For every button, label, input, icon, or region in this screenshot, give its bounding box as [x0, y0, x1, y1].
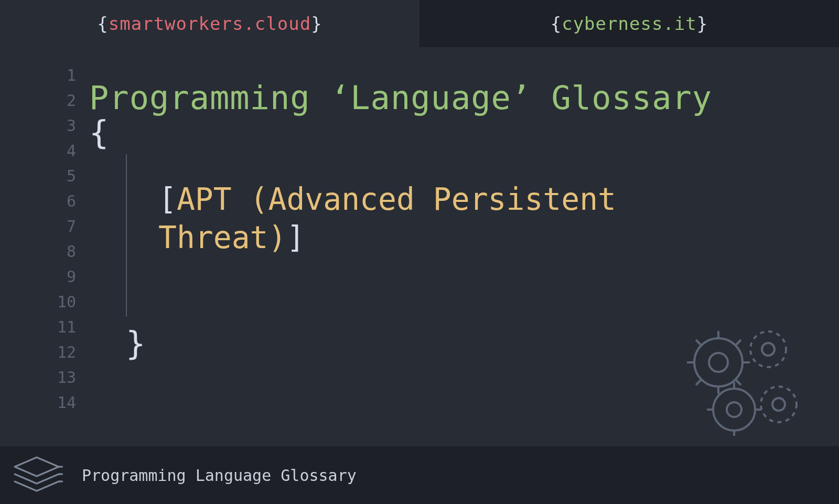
code-brace-open: {: [89, 116, 839, 149]
footer: Programming Language Glossary: [0, 446, 839, 504]
layers-icon: [10, 454, 63, 496]
tab-label: smartworkers.cloud: [109, 13, 311, 34]
svg-point-12: [713, 389, 755, 431]
line-number: 3: [0, 113, 76, 138]
svg-point-1: [709, 353, 728, 372]
code-block: [APT (Advanced Persistent Threat)]: [126, 154, 839, 317]
tab-cyberness[interactable]: { cyberness.it }: [420, 0, 839, 47]
line-number: 6: [0, 189, 76, 214]
svg-point-13: [727, 402, 741, 417]
line-number: 12: [0, 340, 76, 365]
line-number: 1: [0, 63, 76, 88]
tab-smartworkers[interactable]: { smartworkers.cloud }: [0, 0, 420, 47]
term-text: APT (Advanced Persistent Threat): [158, 181, 616, 255]
svg-line-6: [696, 340, 701, 345]
svg-point-19: [772, 398, 785, 411]
svg-line-9: [736, 380, 741, 385]
line-number: 2: [0, 88, 76, 113]
line-number: 8: [0, 239, 76, 264]
line-number: 14: [0, 390, 76, 415]
line-number: 11: [0, 315, 76, 340]
line-number-gutter: 1 2 3 4 5 6 7 8 9 10 11 12 13 14: [0, 63, 89, 446]
tab-label: cyberness.it: [562, 13, 697, 34]
indent-guide: [126, 154, 127, 317]
svg-line-7: [736, 340, 741, 345]
line-number: 4: [0, 138, 76, 164]
glossary-term: [APT (Advanced Persistent Threat)]: [158, 180, 683, 317]
gears-icon: [671, 320, 808, 436]
line-number: 7: [0, 214, 76, 239]
brace-close: }: [311, 13, 322, 34]
bracket-open: [: [158, 181, 177, 217]
svg-line-8: [696, 380, 701, 385]
page-title: Programming ‘Language’ Glossary: [89, 82, 839, 114]
line-number: 5: [0, 164, 76, 189]
brace-close: }: [697, 13, 708, 34]
svg-point-10: [750, 331, 786, 367]
bracket-close: ]: [286, 220, 305, 255]
brace-open: {: [97, 13, 108, 34]
footer-label: Programming Language Glossary: [82, 466, 357, 485]
line-number: 13: [0, 365, 76, 390]
svg-marker-20: [15, 457, 59, 476]
svg-point-11: [762, 343, 775, 356]
svg-point-0: [694, 338, 743, 387]
line-number: 9: [0, 264, 76, 289]
tabs: { smartworkers.cloud } { cyberness.it }: [0, 0, 839, 47]
svg-point-18: [761, 387, 797, 422]
line-number: 10: [0, 289, 76, 315]
brace-open: {: [551, 13, 562, 34]
